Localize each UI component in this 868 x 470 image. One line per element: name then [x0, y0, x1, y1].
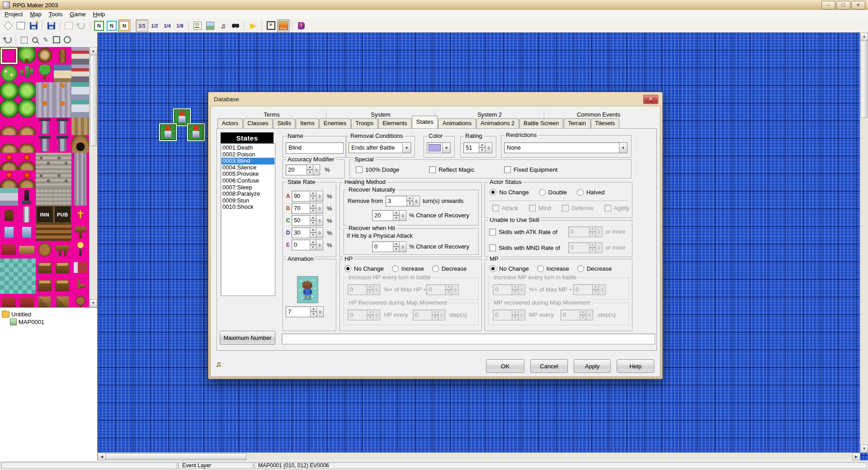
- radio[interactable]: [432, 265, 439, 272]
- event-layer-icon[interactable]: N: [118, 19, 131, 32]
- palette-tile[interactable]: [36, 276, 54, 294]
- palette-tile[interactable]: INN: [36, 206, 54, 223]
- radio-option[interactable]: Decrease: [577, 265, 612, 272]
- tab-lower[interactable]: Animations: [438, 118, 476, 128]
- stat-checkbox-option[interactable]: Defense: [562, 204, 593, 212]
- pen-tool-icon[interactable]: ✎: [40, 34, 51, 45]
- dialog-titlebar[interactable]: Database: [208, 92, 662, 106]
- hp-battle-spinner-1[interactable]: 0 ▲▼ ◊: [348, 284, 380, 295]
- atk-rate-option[interactable]: Skills with ATK Rate of: [489, 228, 557, 235]
- states-list-item[interactable]: 0008:Paralyze: [222, 191, 274, 197]
- zoom-1-1-button[interactable]: 1/1: [136, 19, 148, 32]
- radio-option[interactable]: No Change: [490, 188, 529, 196]
- palette-tile[interactable]: [36, 118, 54, 135]
- palette-scrollbar[interactable]: ▲ ▼: [89, 47, 97, 307]
- palette-tile[interactable]: [0, 65, 18, 82]
- palette-tile[interactable]: [0, 276, 18, 294]
- menu-item[interactable]: Tools: [45, 10, 66, 18]
- mnd-rate-spinner[interactable]: 0 ▲▼ ◊: [568, 242, 603, 253]
- checkbox[interactable]: [492, 205, 499, 212]
- map-vertical-scrollbar[interactable]: ▲ ▼: [860, 33, 868, 453]
- states-list-item[interactable]: 0001:Death: [222, 145, 274, 151]
- palette-tile[interactable]: [0, 241, 18, 258]
- tab-lower[interactable]: Items: [296, 118, 319, 128]
- radio-option[interactable]: Increase: [537, 265, 569, 272]
- mp-battle-spinner-1[interactable]: 0 ▲▼ ◊: [493, 284, 525, 295]
- spinner-arrows[interactable]: ▲▼: [310, 306, 317, 317]
- palette-tile[interactable]: [71, 258, 90, 276]
- spinner-arrows[interactable]: ▲▼: [589, 242, 596, 253]
- zoom-1-4-button[interactable]: 1/4: [161, 19, 174, 32]
- radio[interactable]: [490, 265, 496, 272]
- palette-tile[interactable]: [54, 241, 72, 258]
- palette-tile[interactable]: [71, 65, 90, 82]
- palette-tile[interactable]: [71, 118, 90, 135]
- spinner-arrows[interactable]: ▲▼: [310, 227, 316, 238]
- states-list-item[interactable]: 0010:Shock: [222, 204, 274, 211]
- mp-map-spinner-1[interactable]: 0 ▲▼ ◊: [493, 310, 525, 320]
- color-select[interactable]: ▼: [427, 142, 451, 153]
- ellipse-tool-icon[interactable]: [62, 34, 73, 45]
- zoom-1-8-button[interactable]: 1/8: [174, 19, 186, 32]
- map-event[interactable]: [159, 123, 177, 141]
- states-list-item[interactable]: 0004:Silence: [222, 164, 274, 171]
- palette-tile[interactable]: [18, 206, 36, 223]
- spinner-arrows[interactable]: ▲▼: [307, 164, 313, 175]
- tab-lower[interactable]: Classes: [243, 118, 273, 128]
- rectangle-tool-icon[interactable]: [51, 34, 62, 45]
- test-play-icon[interactable]: ▶: [247, 19, 259, 32]
- rating-spinner[interactable]: 51 ▲▼ ◊: [463, 142, 492, 153]
- palette-tile[interactable]: [54, 82, 72, 100]
- palette-tile[interactable]: [36, 47, 54, 65]
- palette-tile[interactable]: [71, 47, 90, 65]
- palette-tile[interactable]: [54, 258, 72, 276]
- checkbox[interactable]: [356, 166, 363, 173]
- checkbox[interactable]: [489, 229, 496, 235]
- palette-tile[interactable]: [36, 223, 54, 241]
- fullscreen-icon[interactable]: [264, 19, 277, 32]
- upper-layer-icon[interactable]: N: [105, 19, 118, 32]
- special-checkbox-option[interactable]: Fixed Equipment: [504, 166, 558, 173]
- revert-map-icon[interactable]: [75, 19, 88, 32]
- spinner-arrows[interactable]: ▲▼: [589, 226, 596, 237]
- radio[interactable]: [490, 189, 496, 196]
- spinner-arrows[interactable]: ▲▼: [310, 203, 316, 214]
- hit-chance-spinner[interactable]: 0 ▲▼ ◊: [372, 241, 406, 252]
- accuracy-spinner[interactable]: 20 ▲▼ ◊: [286, 164, 320, 175]
- palette-tile[interactable]: [0, 135, 18, 153]
- palette-tile[interactable]: [54, 276, 72, 294]
- map-hscroll-thumb[interactable]: [105, 453, 246, 460]
- restrictions-select[interactable]: None ▼: [504, 142, 627, 153]
- natural-chance-spinner[interactable]: 20 ▲▼ ◊: [372, 210, 406, 221]
- special-checkbox-option[interactable]: Reflect Magic: [429, 166, 474, 173]
- palette-tile[interactable]: [0, 153, 18, 170]
- radio-option[interactable]: No Change: [490, 265, 529, 272]
- palette-tile[interactable]: [0, 118, 18, 135]
- diamond-icon[interactable]: ◊: [413, 196, 420, 207]
- checkbox[interactable]: [562, 205, 569, 212]
- diamond-icon[interactable]: ◊: [316, 203, 323, 214]
- palette-tile[interactable]: [36, 258, 54, 276]
- states-list-item[interactable]: 0006:Confuse: [222, 178, 274, 184]
- radio[interactable]: [537, 265, 544, 272]
- radio-option[interactable]: Double: [539, 188, 567, 196]
- palette-tile[interactable]: [71, 188, 90, 206]
- palette-tile[interactable]: [71, 135, 90, 153]
- copy-map-icon[interactable]: [62, 19, 75, 32]
- palette-tile[interactable]: [71, 170, 90, 188]
- palette-tile[interactable]: [36, 294, 54, 307]
- help-button[interactable]: Help: [617, 359, 654, 373]
- palette-tile[interactable]: [18, 118, 36, 135]
- state-rate-spinner[interactable]: 90 ▲▼ ◊: [292, 191, 323, 202]
- checkbox[interactable]: [504, 166, 511, 173]
- dialog-close-icon[interactable]: ✕: [643, 95, 658, 104]
- scroll-down-icon[interactable]: ▼: [90, 299, 97, 307]
- database-icon[interactable]: [191, 19, 204, 32]
- maximum-number-button[interactable]: Maximum Number: [220, 331, 275, 345]
- scroll-up-icon[interactable]: ▲: [860, 33, 868, 41]
- palette-tile[interactable]: [36, 188, 54, 206]
- palette-tile[interactable]: [36, 153, 54, 170]
- hp-battle-spinner-2[interactable]: 0 ▲▼ ◊: [426, 284, 459, 295]
- palette-tile[interactable]: [71, 241, 90, 258]
- remove-turns-spinner[interactable]: 3 ▲▼ ◊: [386, 196, 420, 207]
